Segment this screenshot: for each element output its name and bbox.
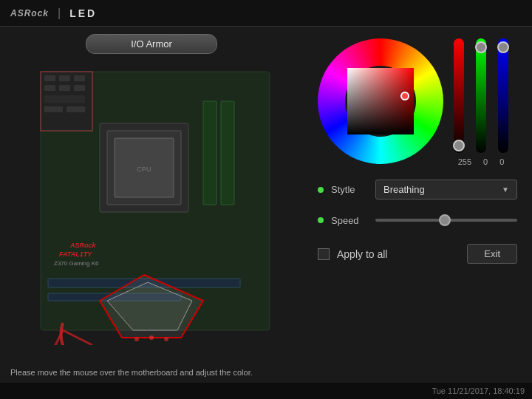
apply-all-checkbox[interactable]: [318, 248, 330, 260]
svg-text:ASRock: ASRock: [69, 242, 97, 249]
speed-label: Speed: [331, 215, 368, 226]
svg-rect-15: [44, 95, 85, 103]
green-slider-knob[interactable]: [475, 41, 487, 53]
style-dot-indicator: [318, 187, 324, 193]
blue-slider-knob[interactable]: [497, 41, 509, 53]
green-value: 0: [483, 157, 488, 166]
svg-rect-17: [66, 106, 85, 112]
svg-rect-9: [44, 75, 55, 81]
svg-rect-12: [44, 85, 55, 91]
datetime-display: Tue 11/21/2017, 18:40:19: [432, 386, 525, 395]
left-panel: I/O Armor CPU: [0, 27, 303, 399]
svg-rect-16: [44, 106, 63, 112]
svg-rect-10: [59, 75, 70, 81]
svg-rect-6: [203, 101, 216, 205]
red-slider-knob[interactable]: [453, 140, 465, 151]
app-name: LED: [69, 7, 97, 19]
slider-values-row: 255 0 0: [458, 157, 505, 166]
io-armor-tab[interactable]: I/O Armor: [86, 34, 217, 54]
speed-slider-knob[interactable]: [439, 214, 451, 226]
chevron-down-icon: ▼: [502, 185, 509, 194]
color-picker-area: 255 0 0: [318, 38, 517, 166]
exit-button[interactable]: Exit: [467, 244, 517, 264]
svg-text:CPU: CPU: [137, 166, 151, 173]
motherboard-area[interactable]: CPU ASRock FATAL1TY Z370 Gami: [18, 64, 284, 345]
speed-slider-container[interactable]: [375, 213, 517, 228]
right-panel: 255 0 0 Stytle Breathing ▼ Speed: [303, 27, 532, 399]
red-slider-track[interactable]: [454, 38, 464, 153]
red-value: 255: [458, 157, 471, 166]
separator: |: [58, 7, 61, 20]
motherboard-image: CPU ASRock FATAL1TY Z370 Gami: [18, 64, 284, 345]
apply-all-label: Apply to all: [337, 248, 460, 260]
red-slider-col: [454, 38, 464, 153]
style-section: Stytle Breathing ▼: [318, 180, 517, 200]
svg-point-25: [149, 335, 154, 340]
color-picker-dot[interactable]: [400, 92, 409, 100]
svg-rect-7: [221, 101, 234, 205]
status-text: Please move the mouse over the motherboa…: [10, 368, 253, 377]
blue-value: 0: [499, 157, 504, 166]
apply-section: Apply to all Exit: [318, 244, 517, 264]
style-label: Stytle: [331, 184, 368, 195]
bottom-strip: Tue 11/21/2017, 18:40:19: [0, 383, 532, 399]
green-slider-col: [476, 38, 486, 153]
blue-slider-col: [498, 38, 508, 153]
svg-rect-11: [74, 75, 85, 81]
blue-slider-track[interactable]: [498, 38, 508, 153]
asrock-logo: ASRock: [10, 8, 49, 18]
svg-rect-13: [59, 85, 70, 91]
style-dropdown-value: Breathing: [383, 184, 425, 195]
svg-rect-14: [74, 85, 85, 91]
main-content: I/O Armor CPU: [0, 27, 532, 399]
svg-point-27: [134, 337, 139, 341]
style-dropdown[interactable]: Breathing ▼: [375, 180, 517, 200]
svg-point-26: [164, 337, 168, 341]
rgb-sliders: 255 0 0: [454, 38, 508, 166]
color-wheel-container[interactable]: [318, 38, 443, 164]
speed-section: Speed: [318, 213, 517, 228]
sliders-row: [454, 38, 508, 153]
green-slider-track[interactable]: [476, 38, 486, 153]
svg-text:FATAL1TY: FATAL1TY: [59, 250, 92, 258]
app-header: ASRock | LED: [0, 0, 532, 27]
brand-area: ASRock | LED: [10, 7, 97, 20]
svg-text:Z370 Gaming K6: Z370 Gaming K6: [54, 260, 99, 267]
speed-dot-indicator: [318, 217, 324, 223]
color-square[interactable]: [347, 68, 414, 134]
